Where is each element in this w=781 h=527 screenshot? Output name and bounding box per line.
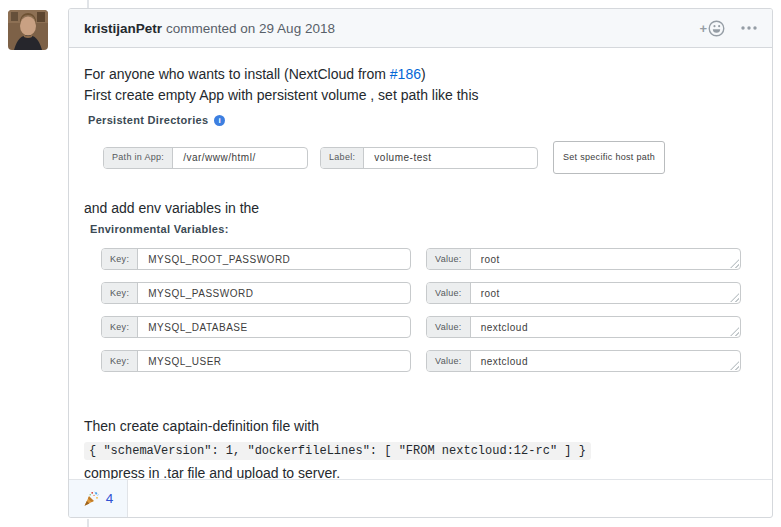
env-value-value: nextcloud xyxy=(471,351,740,371)
add-reaction-button[interactable]: + xyxy=(699,20,725,37)
avatar[interactable] xyxy=(8,10,48,50)
github-comment-page: kristijanPetr commented on 29 Aug 2018 + xyxy=(0,0,781,527)
paragraph-intro: For anyone who wants to install (NextClo… xyxy=(84,64,757,106)
env-key-label: Key: xyxy=(102,351,138,371)
reaction-count: 4 xyxy=(106,491,114,506)
env-key-label: Key: xyxy=(102,283,138,303)
env-key-label: Key: xyxy=(102,317,138,337)
inline-code: { "schemaVersion": 1, "dockerfileLines":… xyxy=(84,442,591,460)
screenshot-persistent-directories[interactable]: Persistent Directories i Path in App: /v… xyxy=(86,114,757,198)
path-in-app-label: Path in App: xyxy=(104,148,173,168)
persistent-directories-heading: Persistent Directories i xyxy=(88,114,757,127)
env-value-field: Value: root xyxy=(426,282,741,304)
env-key-value: MYSQL_ROOT_PASSWORD xyxy=(138,249,410,269)
path-in-app-field: Path in App: /var/www/html/ xyxy=(103,147,308,169)
comment-meta[interactable]: commented on 29 Aug 2018 xyxy=(166,21,335,36)
env-value-field: Value: root xyxy=(426,248,741,270)
reaction-bar: 4 xyxy=(69,479,772,517)
env-row: Key: MYSQL_DATABASE Value: nextcloud xyxy=(101,316,757,338)
env-key-label: Key: xyxy=(102,249,138,269)
issue-link[interactable]: #186 xyxy=(390,66,421,82)
env-row: Key: MYSQL_PASSWORD Value: root xyxy=(101,282,757,304)
intro-text-close: ) xyxy=(421,66,426,82)
env-key-field: Key: MYSQL_USER xyxy=(101,350,411,372)
author-link[interactable]: kristijanPetr xyxy=(84,21,162,36)
comment-body: For anyone who wants to install (NextClo… xyxy=(69,48,772,479)
captain-line3: compress in .tar file and upload to serv… xyxy=(84,465,340,479)
env-value-value: root xyxy=(471,249,740,269)
intro-text: For anyone who wants to install (NextClo… xyxy=(84,66,390,82)
volume-label-label: Label: xyxy=(321,148,364,168)
env-value-value: nextcloud xyxy=(471,317,740,337)
env-value-value: root xyxy=(471,283,740,303)
env-key-value: MYSQL_USER xyxy=(138,351,410,371)
plus-icon: + xyxy=(699,21,707,36)
persistent-fields-row: Path in App: /var/www/html/ Label: volum… xyxy=(103,141,757,174)
env-key-field: Key: MYSQL_DATABASE xyxy=(101,316,411,338)
tada-reaction-button[interactable]: 4 xyxy=(69,480,128,517)
paragraph-captain-definition: Then create captain-definition file with… xyxy=(84,416,757,479)
intro-line2: First create empty App with persistent v… xyxy=(84,87,479,103)
kebab-icon xyxy=(741,26,757,30)
env-value-label: Value: xyxy=(427,351,471,371)
volume-label-field: Label: volume-test xyxy=(320,147,538,169)
env-row: Key: MYSQL_ROOT_PASSWORD Value: root xyxy=(101,248,757,270)
env-value-label: Value: xyxy=(427,283,471,303)
env-key-field: Key: MYSQL_ROOT_PASSWORD xyxy=(101,248,411,270)
env-value-label: Value: xyxy=(427,249,471,269)
env-key-field: Key: MYSQL_PASSWORD xyxy=(101,282,411,304)
timeline-line xyxy=(87,519,89,527)
persistent-directories-label: Persistent Directories xyxy=(88,114,208,127)
path-in-app-value: /var/www/html/ xyxy=(173,148,307,168)
env-value-field: Value: nextcloud xyxy=(426,350,741,372)
tada-icon xyxy=(83,491,99,507)
env-value-field: Value: nextcloud xyxy=(426,316,741,338)
env-key-value: MYSQL_DATABASE xyxy=(138,317,410,337)
env-variables-heading: Environmental Variables: xyxy=(90,223,757,236)
more-options-button[interactable] xyxy=(741,26,757,30)
comment-header: kristijanPetr commented on 29 Aug 2018 + xyxy=(69,9,772,48)
volume-label-value: volume-test xyxy=(364,148,537,168)
screenshot-environmental-variables[interactable]: Environmental Variables: Key: MYSQL_ROOT… xyxy=(86,223,757,416)
timeline-line xyxy=(87,0,89,8)
smiley-icon xyxy=(708,20,725,37)
env-value-label: Value: xyxy=(427,317,471,337)
comment-card: kristijanPetr commented on 29 Aug 2018 + xyxy=(68,8,773,518)
captain-line1: Then create captain-definition file with xyxy=(84,418,319,434)
env-key-value: MYSQL_PASSWORD xyxy=(138,283,410,303)
info-icon: i xyxy=(214,115,225,126)
avatar-photo xyxy=(8,10,48,50)
env-row: Key: MYSQL_USER Value: nextcloud xyxy=(101,350,757,372)
set-host-path-button: Set specific host path xyxy=(553,141,665,174)
paragraph-env: and add env variables in the xyxy=(84,198,757,219)
